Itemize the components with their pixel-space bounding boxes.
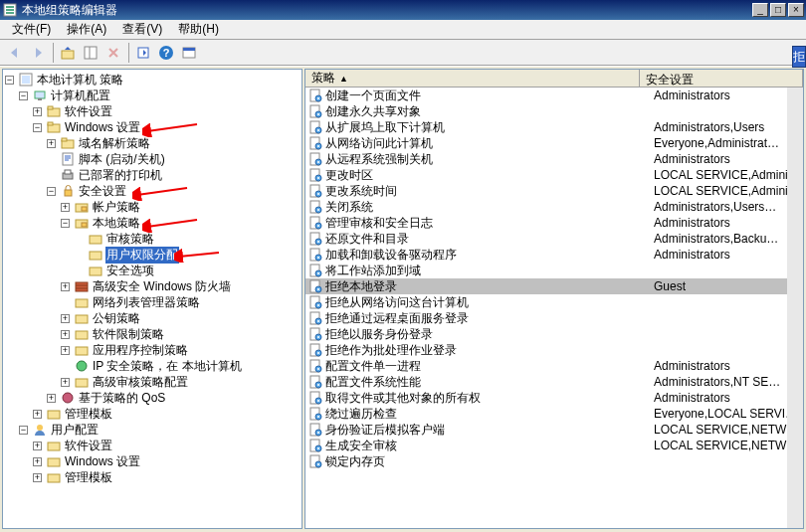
tree-account-policies[interactable]: +帐户策略 — [5, 199, 300, 215]
svg-rect-18 — [35, 91, 45, 98]
policy-icon — [307, 342, 323, 358]
policy-setting: Administrators,Users — [654, 120, 803, 134]
policy-icon — [307, 294, 323, 310]
tree-user-windows[interactable]: +Windows 设置 — [5, 453, 300, 469]
tree-software-restriction[interactable]: +软件限制策略 — [5, 326, 300, 342]
list-row[interactable]: 关闭系统Administrators,Users… — [305, 199, 803, 215]
tree-dns-policy[interactable]: +域名解析策略 — [5, 135, 300, 151]
tree-security-settings[interactable]: −安全设置 — [5, 183, 300, 199]
svg-rect-50 — [48, 458, 60, 466]
list-row[interactable]: 锁定内存页 — [305, 453, 803, 469]
svg-point-77 — [317, 193, 319, 195]
up-button[interactable] — [57, 42, 79, 64]
show-hide-button[interactable] — [80, 42, 101, 64]
svg-point-59 — [317, 97, 319, 99]
tree-root[interactable]: −本地计算机 策略 — [5, 72, 300, 88]
list-row[interactable]: 从远程系统强制关机Administrators — [305, 151, 803, 167]
tree-user-software[interactable]: +软件设置 — [5, 438, 300, 453]
list-row[interactable]: 管理审核和安全日志Administrators — [305, 215, 803, 231]
svg-point-46 — [63, 393, 73, 403]
list-row[interactable]: 绕过遍历检查Everyone,LOCAL SERVI… — [305, 406, 803, 422]
tree-policy-qos[interactable]: +基于策略的 QoS — [5, 390, 300, 406]
tree-scripts[interactable]: 脚本 (启动/关机) — [5, 151, 300, 167]
tree-ip-security[interactable]: IP 安全策略，在 本地计算机 — [5, 358, 300, 374]
tree-software-settings[interactable]: +软件设置 — [5, 103, 300, 119]
vertical-scrollbar[interactable] — [787, 88, 803, 528]
list-row[interactable]: 更改时区LOCAL SERVICE,Admini… — [305, 167, 803, 183]
tree-pane[interactable]: −本地计算机 策略 −计算机配置 +软件设置 −Windows 设置 +域名解析… — [2, 69, 302, 529]
back-button[interactable] — [4, 42, 26, 64]
minimize-button[interactable]: _ — [752, 3, 768, 17]
list-row[interactable]: 配置文件单一进程Administrators — [305, 358, 803, 374]
list-row[interactable]: 拒绝以服务身份登录 — [305, 326, 803, 342]
svg-rect-28 — [65, 170, 71, 174]
svg-rect-17 — [22, 76, 30, 84]
tree-computer-config[interactable]: −计算机配置 — [5, 88, 300, 103]
tree-app-control[interactable]: +应用程序控制策略 — [5, 342, 300, 358]
svg-point-95 — [317, 288, 319, 290]
list-row[interactable]: 加载和卸载设备驱动程序Administrators — [305, 247, 803, 263]
menu-help[interactable]: 帮助(H) — [170, 19, 227, 40]
tree-adv-firewall[interactable]: +高级安全 Windows 防火墙 — [5, 278, 300, 294]
policy-name: 身份验证后模拟客户端 — [325, 422, 654, 439]
list-row[interactable]: 拒绝作为批处理作业登录 — [305, 342, 803, 358]
svg-rect-26 — [63, 153, 73, 165]
policy-name: 拒绝作为批处理作业登录 — [325, 342, 654, 359]
tree-windows-settings[interactable]: −Windows 设置 — [5, 119, 300, 135]
tree-audit-policy[interactable]: 审核策略 — [5, 231, 300, 247]
svg-point-101 — [317, 320, 319, 322]
column-policy[interactable]: 策略▲ — [305, 70, 640, 87]
tree-network-list[interactable]: 网络列表管理器策略 — [5, 294, 300, 310]
list-row[interactable]: 身份验证后模拟客户端LOCAL SERVICE,NETWOR… — [305, 422, 803, 438]
tree-public-key[interactable]: +公钥策略 — [5, 310, 300, 326]
tree-user-config[interactable]: −用户配置 — [5, 422, 300, 438]
svg-point-110 — [317, 368, 319, 370]
list-row[interactable]: 从网络访问此计算机Everyone,Administrat… — [305, 135, 803, 151]
folder-icon — [74, 310, 90, 326]
menu-action[interactable]: 操作(A) — [59, 19, 114, 40]
menu-file[interactable]: 文件(F) — [4, 19, 59, 40]
right-side-tab[interactable]: 拒 — [792, 46, 806, 68]
list-row[interactable]: 拒绝本地登录Guest — [305, 278, 803, 294]
forward-button[interactable] — [27, 42, 49, 64]
tree-local-policies[interactable]: −本地策略 — [5, 215, 300, 231]
list-row[interactable]: 还原文件和目录Administrators,Backu… — [305, 231, 803, 247]
tree-adv-audit[interactable]: +高级审核策略配置 — [5, 374, 300, 390]
svg-rect-43 — [76, 347, 88, 355]
menu-view[interactable]: 查看(V) — [114, 19, 170, 40]
svg-rect-35 — [90, 252, 101, 260]
list-row[interactable]: 将工作站添加到域 — [305, 263, 803, 278]
list-row[interactable]: 创建永久共享对象 — [305, 103, 803, 119]
maximize-button[interactable]: □ — [770, 3, 786, 17]
tree-security-options[interactable]: 安全选项 — [5, 263, 300, 278]
close-button[interactable]: × — [788, 3, 804, 17]
list-row[interactable]: 创建一个页面文件Administrators — [305, 88, 803, 103]
svg-rect-25 — [62, 138, 67, 141]
printer-icon — [60, 167, 76, 183]
delete-button[interactable] — [102, 42, 124, 64]
list-pane[interactable]: 策略▲ 安全设置 创建一个页面文件Administrators创建永久共享对象从… — [304, 69, 804, 529]
list-row[interactable]: 取得文件或其他对象的所有权Administrators — [305, 390, 803, 406]
list-row[interactable]: 拒绝通过远程桌面服务登录 — [305, 310, 803, 326]
list-row[interactable]: 从扩展坞上取下计算机Administrators,Users — [305, 119, 803, 135]
list-row[interactable]: 生成安全审核LOCAL SERVICE,NETWOR… — [305, 438, 803, 453]
svg-point-62 — [317, 113, 319, 115]
list-row[interactable]: 配置文件系统性能Administrators,NT SE… — [305, 374, 803, 390]
list-row[interactable]: 拒绝从网络访问这台计算机 — [305, 294, 803, 310]
folder-lock-icon — [88, 247, 103, 263]
policy-icon — [307, 358, 323, 374]
list-row[interactable]: 更改系统时间LOCAL SERVICE,Admini… — [305, 183, 803, 199]
tree-user-rights[interactable]: 用户权限分配 — [5, 247, 300, 263]
tree-user-admin-templates[interactable]: +管理模板 — [5, 469, 300, 485]
policy-icon — [307, 422, 323, 438]
tree-deployed-printers[interactable]: 已部署的打印机 — [5, 167, 300, 183]
folder-icon — [46, 469, 62, 485]
svg-point-65 — [317, 129, 319, 131]
properties-button[interactable] — [178, 42, 200, 64]
tree-admin-templates[interactable]: +管理模板 — [5, 406, 300, 422]
export-button[interactable] — [132, 42, 154, 64]
help-button[interactable]: ? — [155, 42, 177, 64]
policy-name: 从扩展坞上取下计算机 — [325, 119, 654, 136]
folder-lock-icon — [88, 231, 103, 247]
column-security-setting[interactable]: 安全设置 — [640, 70, 803, 87]
